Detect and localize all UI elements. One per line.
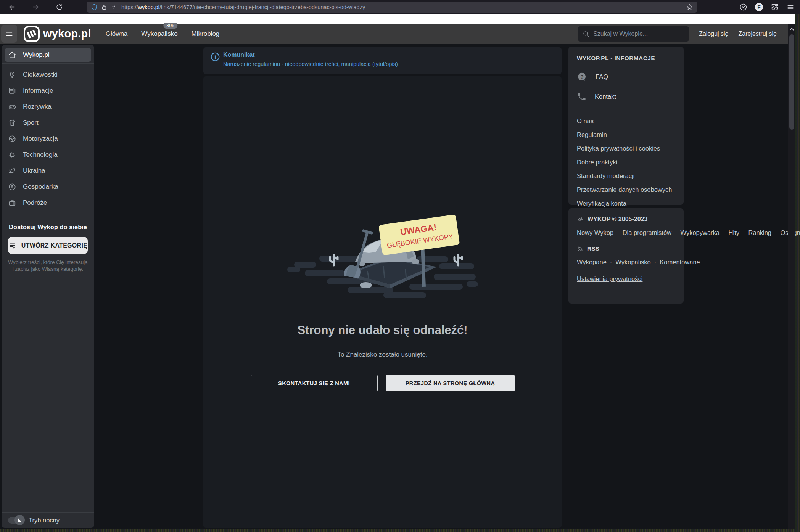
link-dla-programistow[interactable]: Dla programistów (623, 229, 671, 236)
go-home-button[interactable]: PRZEJDŹ NA STRONĘ GŁÓWNĄ (386, 375, 515, 391)
dot-separator: · (610, 259, 612, 265)
rss-row: RSS (577, 245, 675, 252)
customize-block: Dostosuj Wykop do siebie UTWÓRZ KATEGORI… (2, 223, 94, 273)
link-wykopane[interactable]: Wykopane (577, 259, 607, 265)
gamepad-icon (8, 103, 16, 111)
chevron-up-icon (790, 27, 794, 31)
search-input[interactable] (593, 31, 677, 37)
night-mode-row: Tryb nocny (2, 512, 94, 528)
sidebar-item-rozrywka[interactable]: Rozrywka (2, 99, 94, 115)
nav-mikroblog[interactable]: Mikroblog (191, 28, 221, 40)
link-polityka-prywatnosci[interactable]: Polityka prywatności i cookies (577, 145, 675, 152)
hamburger-icon (4, 30, 14, 38)
sidebar-item-label: Ciekawostki (23, 71, 58, 79)
info-icon (210, 52, 220, 62)
sidebar-item-ukraina[interactable]: Ukraina (2, 163, 94, 179)
phone-icon (577, 92, 586, 101)
login-link[interactable]: Zaloguj się (699, 31, 728, 37)
sidebar-divider (2, 63, 94, 64)
link-nowy-wykop[interactable]: Nowy Wykop (577, 229, 613, 236)
url-bar[interactable]: https://wykop.pl/link/7144677/nie-chcemy… (87, 2, 697, 13)
link-przetwarzanie-danych[interactable]: Przetwarzanie danych osobowych (577, 186, 675, 193)
contact-button[interactable]: SKONTAKTUJ SIĘ Z NAMI (251, 375, 378, 391)
faq-label: FAQ (596, 73, 608, 80)
link-wykopalisko-rss[interactable]: Wykopalisko (615, 259, 650, 265)
pocket-icon[interactable] (739, 3, 747, 11)
coin-icon (8, 183, 16, 191)
customize-heading: Dostosuj Wykop do siebie (2, 223, 94, 231)
link-dobre-praktyki[interactable]: Dobre praktyki (577, 159, 675, 166)
register-link[interactable]: Zarejestruj się (739, 31, 777, 37)
scroll-up-arrow[interactable] (788, 26, 795, 32)
faq-row[interactable]: ? FAQ (577, 72, 675, 82)
reload-button[interactable] (53, 2, 66, 13)
error-actions: SKONTAKTUJ SIĘ Z NAMI PRZEJDŹ NA STRONĘ … (203, 375, 562, 391)
privacy-settings-link[interactable]: Ustawienia prywatności (577, 275, 642, 283)
link-wykopywarka[interactable]: Wykopywarka (681, 229, 720, 236)
notice-title: Komunikat (223, 51, 255, 58)
sidebar-item-gospodarka[interactable]: Gospodarka (2, 179, 94, 195)
shield-icon[interactable] (91, 4, 98, 11)
container-tabs-icon[interactable] (111, 4, 118, 10)
toolbar-right-icons: F (739, 0, 795, 14)
nav-glowna[interactable]: Główna (105, 28, 129, 40)
dot-separator: · (743, 229, 745, 236)
sidebar-item-label: Ukraina (23, 167, 45, 175)
sidebar-item-informacje[interactable]: Informacje (2, 83, 94, 99)
footer-links: Nowy Wykop·Dla programistów·Wykopywarka·… (577, 227, 675, 239)
header-right: Zaloguj się Zarejestruj się (578, 26, 777, 42)
error-subtitle: To Znalezisko zostało usunięte. (203, 351, 562, 358)
link-ranking[interactable]: Ranking (748, 229, 771, 236)
dot-separator: · (675, 229, 677, 236)
wykop-logo[interactable]: wykop.pl (23, 26, 91, 42)
sidebar-item-technologia[interactable]: Technologia (2, 147, 94, 163)
url-text: https://wykop.pl/link/7144677/nie-chcemy… (121, 4, 365, 10)
error-title: Strony nie udało się odnaleźć! (203, 323, 562, 337)
bookmark-star-button[interactable] (686, 3, 693, 11)
sidebar-item-motoryzacja[interactable]: Motoryzacja (2, 131, 94, 147)
wykopalisko-count-badge: 305 (163, 23, 177, 29)
dot-separator: · (617, 229, 619, 236)
kontakt-row[interactable]: Kontakt (577, 92, 675, 101)
night-mode-toggle[interactable] (8, 517, 23, 524)
browser-toolbar: https://wykop.pl/link/7144677/nie-chcemy… (0, 0, 800, 14)
scrollbar-thumb[interactable] (789, 34, 794, 130)
panel-divider (568, 111, 684, 111)
sidebar-item-wykop[interactable]: Wykop.pl (5, 48, 91, 62)
reload-icon (56, 3, 63, 11)
steering-wheel-icon (8, 135, 16, 143)
link-weryfikacja-konta[interactable]: Weryfikacja konta (577, 200, 675, 207)
create-category-button[interactable]: UTWÓRZ KATEGORIĘ (8, 237, 88, 254)
account-avatar[interactable]: F (755, 3, 763, 11)
search-box[interactable] (578, 26, 689, 42)
page-scrollbar[interactable] (788, 24, 795, 529)
logo-text: wykop.pl (43, 27, 91, 40)
dove-icon (8, 167, 16, 175)
link-o-nas[interactable]: O nas (577, 117, 675, 125)
sidebar-toggle-button[interactable] (1, 25, 17, 43)
nav-wykopalisko[interactable]: Wykopalisko305 (140, 28, 178, 40)
dot-separator: · (654, 259, 657, 265)
link-komentowane[interactable]: Komentowane (660, 259, 700, 265)
extensions-puzzle-icon[interactable] (771, 3, 779, 11)
link-standardy-moderacji[interactable]: Standardy moderacji (577, 172, 675, 180)
link-hity[interactable]: Hity (729, 229, 739, 236)
sidebar-item-podroze[interactable]: Podróże (2, 195, 94, 211)
sidebar-item-label: Sport (23, 119, 39, 127)
rss-links: Wykopane·Wykopalisko·Komentowane (577, 256, 675, 268)
error-illustration: UWAGA! GŁĘBOKIE WYKOPY (287, 209, 478, 302)
forward-button[interactable] (29, 2, 42, 13)
menu-icon[interactable] (786, 3, 795, 11)
notice-description[interactable]: Naruszenie regulaminu - nieodpowiednie t… (223, 61, 398, 67)
back-button[interactable] (5, 2, 18, 13)
lightbulb-icon (8, 71, 16, 79)
lock-icon[interactable] (101, 4, 107, 11)
sidebar-item-sport[interactable]: Sport (2, 115, 94, 131)
toggle-knob (14, 515, 25, 525)
link-regulamin[interactable]: Regulamin (577, 131, 675, 138)
sidebar-item-label: Technologia (23, 151, 58, 159)
sidebar-item-ciekawostki[interactable]: Ciekawostki (2, 67, 94, 83)
page-viewport: wykop.pl Główna Wykopalisko305 Mikroblog… (0, 24, 788, 529)
question-icon: ? (577, 72, 587, 82)
sidebar-item-label: Informacje (23, 87, 53, 95)
